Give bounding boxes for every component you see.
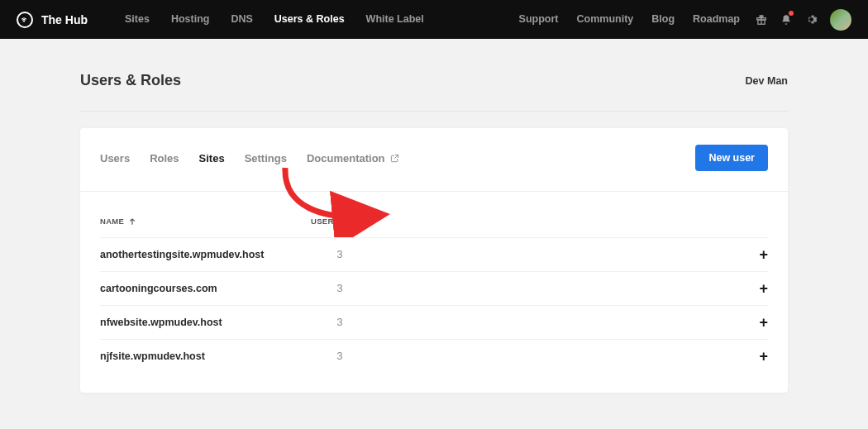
col-name-label: NAME [100, 217, 124, 226]
site-user-count: 3 [311, 249, 369, 260]
site-name[interactable]: nfwebsite.wpmudev.host [100, 317, 311, 328]
new-user-button[interactable]: New user [695, 145, 768, 171]
nav-users-roles[interactable]: Users & Roles [264, 0, 355, 39]
add-action[interactable]: + [743, 314, 768, 331]
tabs-row: UsersRolesSitesSettingsDocumentation New… [80, 128, 788, 192]
plus-icon: + [759, 348, 768, 365]
topbar: ᯤ The Hub SitesHostingDNSUsers & RolesWh… [0, 0, 868, 39]
plus-icon: + [759, 246, 768, 263]
arrow-down-icon [344, 218, 351, 225]
topbar-left: ᯤ The Hub SitesHostingDNSUsers & RolesWh… [17, 0, 435, 39]
tab-label: Users [100, 152, 130, 164]
col-header-name[interactable]: NAME [100, 217, 311, 226]
nav-roadmap[interactable]: Roadmap [684, 0, 749, 39]
site-user-count: 3 [311, 317, 369, 328]
gear-icon[interactable] [799, 0, 823, 39]
site-name[interactable]: njfsite.wpmudev.host [100, 350, 311, 362]
tab-roles[interactable]: Roles [150, 152, 179, 164]
brand-label: The Hub [41, 13, 88, 26]
nav-white-label[interactable]: White Label [355, 0, 435, 39]
nav-support[interactable]: Support [510, 0, 568, 39]
topbar-right: SupportCommunityBlogRoadmap [510, 0, 851, 39]
site-user-count: 3 [311, 350, 369, 362]
table-row: anothertestingsite.wpmudev.host3+ [100, 237, 768, 271]
add-action[interactable]: + [743, 246, 768, 264]
site-name[interactable]: anothertestingsite.wpmudev.host [100, 249, 311, 260]
nav-dns[interactable]: DNS [220, 0, 263, 39]
col-header-users[interactable]: USERS [311, 217, 369, 226]
add-action[interactable]: + [743, 348, 768, 365]
avatar[interactable] [830, 9, 851, 31]
page-header: Users & Roles Dev Man [80, 72, 788, 112]
nav-hosting[interactable]: Hosting [160, 0, 221, 39]
external-link-icon [390, 154, 399, 163]
tab-settings[interactable]: Settings [245, 152, 287, 164]
bell-icon[interactable] [774, 0, 799, 39]
nav-community[interactable]: Community [568, 0, 643, 39]
tab-label: Sites [199, 152, 225, 164]
tab-documentation[interactable]: Documentation [307, 152, 399, 164]
add-action[interactable]: + [743, 280, 768, 298]
tab-users[interactable]: Users [100, 152, 130, 164]
table-header: NAME USERS [100, 212, 768, 237]
arrow-up-icon [129, 218, 136, 225]
logo-icon: ᯤ [17, 12, 33, 28]
gift-icon[interactable] [749, 0, 774, 39]
notification-dot [789, 11, 794, 16]
table-row: nfwebsite.wpmudev.host3+ [100, 305, 768, 339]
plus-icon: + [759, 314, 768, 331]
brand-home[interactable]: ᯤ The Hub [17, 12, 88, 28]
current-user-label: Dev Man [746, 75, 788, 87]
plus-icon: + [759, 280, 768, 297]
site-name[interactable]: cartooningcourses.com [100, 283, 311, 294]
tabs: UsersRolesSitesSettingsDocumentation [100, 152, 399, 164]
page-title: Users & Roles [80, 72, 181, 89]
table-row: cartooningcourses.com3+ [100, 271, 768, 305]
nav-blog[interactable]: Blog [642, 0, 684, 39]
site-user-count: 3 [311, 283, 369, 294]
tab-label: Roles [150, 152, 179, 164]
content-card: UsersRolesSitesSettingsDocumentation New… [80, 128, 788, 393]
col-users-label: USERS [311, 217, 339, 226]
sites-table: NAME USERS anothertestingsite.wpmudev.ho… [80, 192, 788, 393]
nav-sites[interactable]: Sites [114, 0, 160, 39]
page-body: Users & Roles Dev Man UsersRolesSitesSet… [80, 39, 788, 393]
tab-label: Documentation [307, 152, 385, 164]
tab-sites[interactable]: Sites [199, 152, 225, 164]
table-row: njfsite.wpmudev.host3+ [100, 339, 768, 373]
tab-label: Settings [245, 152, 287, 164]
